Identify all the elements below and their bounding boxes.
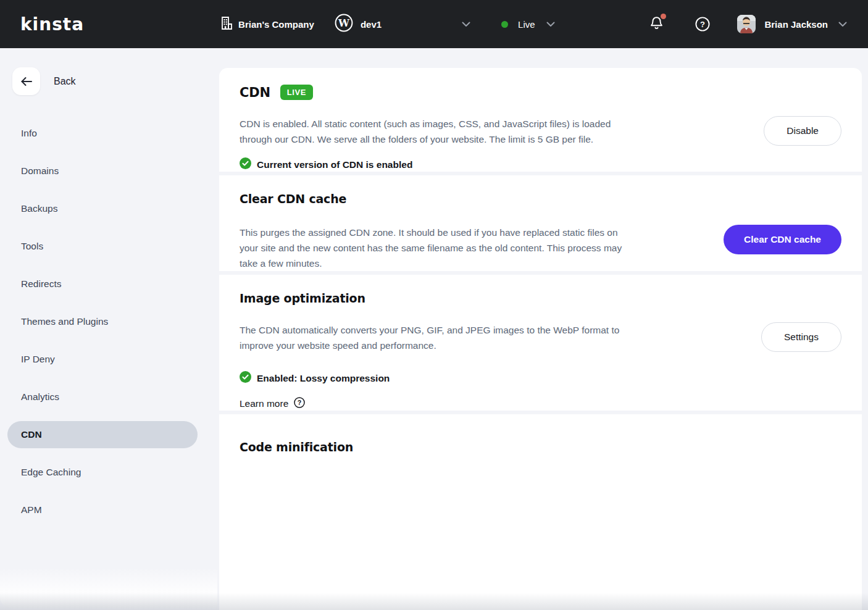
sidebar-item-cdn[interactable]: CDN [7,421,198,448]
avatar[interactable] [737,15,756,33]
code-minification-card: Code minification [219,414,862,610]
check-circle-icon [240,157,251,172]
notifications-button[interactable] [650,16,663,33]
code-minification-title: Code minification [240,440,353,454]
main-content: CDN LIVE CDN is enabled. All static cont… [217,48,868,610]
sidebar-nav: Info Domains Backups Tools Redirects The… [0,120,217,524]
svg-text:?: ? [700,20,705,29]
help-icon: ? [695,17,710,31]
chevron-down-icon[interactable] [462,22,470,27]
company-selector[interactable]: Brian's Company [221,17,314,32]
chevron-down-icon[interactable] [546,22,555,27]
sidebar-item-themes-and-plugins[interactable]: Themes and Plugins [0,308,217,335]
cdn-status-text: Current version of CDN is enabled [257,159,412,170]
site-selector[interactable]: W dev1 [335,14,470,35]
clear-cache-title: Clear CDN cache [240,192,346,206]
question-circle-icon: ? [294,397,305,411]
learn-more-label: Learn more [240,398,288,409]
sidebar-item-redirects[interactable]: Redirects [0,270,217,298]
building-icon [221,17,233,32]
navbar-right-group: ? Brian Jackson [650,15,847,33]
sidebar-item-backups[interactable]: Backups [0,195,217,222]
sidebar: Back Info Domains Backups Tools Redirect… [0,48,217,610]
clear-cache-description: This purges the assigned CDN zone. It sh… [240,225,630,271]
environment-selector[interactable]: Live [501,19,555,30]
page-body: Back Info Domains Backups Tools Redirect… [0,48,868,610]
sidebar-item-tools[interactable]: Tools [0,233,217,260]
user-name: Brian Jackson [764,19,828,30]
wordpress-icon: W [335,14,353,35]
notification-badge-dot [661,14,666,19]
svg-text:?: ? [298,399,301,406]
back-label: Back [54,76,76,87]
clear-cdn-cache-card: Clear CDN cache This purges the assigned… [219,175,862,271]
sidebar-item-info[interactable]: Info [0,120,217,147]
sidebar-item-ip-deny[interactable]: IP Deny [0,346,217,373]
cdn-card-title: CDN [240,85,270,100]
arrow-left-icon [20,77,33,86]
image-optimization-title: Image optimization [240,291,365,305]
cdn-card: CDN LIVE CDN is enabled. All static cont… [219,68,862,172]
svg-text:W: W [338,17,350,29]
clear-cdn-cache-button[interactable]: Clear CDN cache [724,225,841,254]
back-navigation[interactable]: Back [0,67,217,95]
kinsta-logo: kinsta [20,14,84,35]
sidebar-item-analytics[interactable]: Analytics [0,383,217,411]
learn-more-link[interactable]: Learn more ? [240,397,630,411]
cdn-description: CDN is enabled. All static content (such… [240,116,630,147]
image-optimization-status: Enabled: Lossy compression [257,373,390,384]
check-circle-icon [240,371,251,385]
back-button[interactable] [12,67,40,95]
live-badge: LIVE [280,85,313,100]
sidebar-item-apm[interactable]: APM [0,496,217,524]
sidebar-item-edge-caching[interactable]: Edge Caching [0,459,217,486]
disable-cdn-button[interactable]: Disable [764,116,841,146]
sidebar-item-domains[interactable]: Domains [0,157,217,185]
company-name: Brian's Company [238,19,314,30]
live-status-dot [501,21,508,28]
top-navbar: kinsta Brian's Company W dev1 Live ? [0,0,868,48]
help-button[interactable]: ? [695,17,710,31]
image-optimization-description: The CDN automatically converts your PNG,… [240,322,630,353]
image-optimization-card: Image optimization The CDN automatically… [219,275,862,411]
environment-name: Live [518,19,535,30]
chevron-down-icon[interactable] [838,22,847,27]
image-optimization-settings-button[interactable]: Settings [761,322,841,352]
site-name: dev1 [361,19,382,30]
